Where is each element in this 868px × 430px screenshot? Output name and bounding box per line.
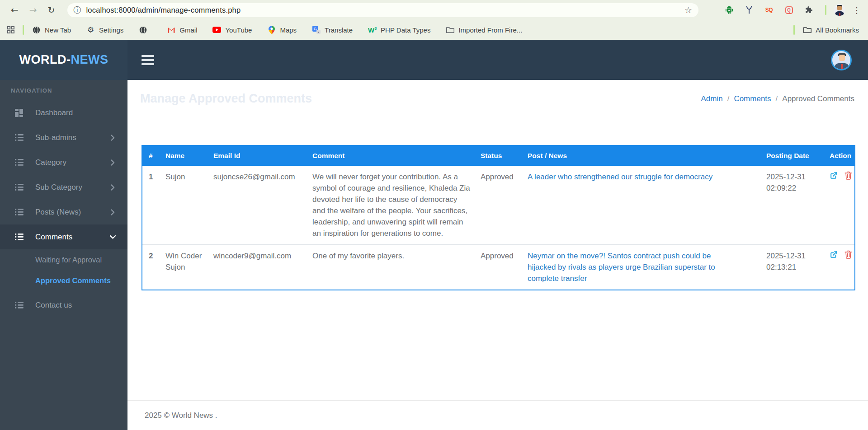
browser-menu-button[interactable]: ⋮ (853, 5, 861, 15)
commenter-name: Sujon (162, 166, 210, 245)
chevron-right-icon (111, 135, 115, 141)
post-cell: A leader who strengthened our struggle f… (524, 166, 763, 245)
extensions-puzzle-icon[interactable] (803, 5, 814, 15)
posting-date: 2025-12-31 02:13:21 (763, 245, 826, 290)
chevron-down-icon (111, 234, 115, 240)
android-extension-icon[interactable] (724, 5, 735, 15)
bookmarks-bar: New Tab ⚙ Settings Gmail YouTube (0, 20, 868, 40)
delete-comment-button[interactable] (844, 171, 852, 180)
chevron-right-icon (111, 184, 115, 191)
header-num: # (142, 145, 162, 166)
bookmark-folder-imported[interactable]: Imported From Fire... (446, 26, 522, 34)
commenter-name: Win Coder Sujon (162, 245, 210, 290)
commenter-email: wincoder9@gmail.com (210, 245, 309, 290)
post-link[interactable]: A leader who strengthened our struggle f… (528, 171, 712, 182)
browser-profile-avatar[interactable] (834, 4, 845, 16)
post-link[interactable]: Neymar on the move?! Santos contract pus… (528, 250, 736, 284)
all-bookmarks-button[interactable]: All Bookmarks (803, 26, 859, 34)
table-header-row: # Name Email Id Comment Status Post / Ne… (142, 145, 855, 166)
delete-comment-button[interactable] (844, 250, 852, 259)
back-button[interactable]: ← (11, 5, 19, 14)
site-info-icon[interactable]: ⓘ (73, 5, 81, 15)
bookmark-new-tab[interactable]: New Tab (32, 26, 71, 34)
hamburger-menu-icon[interactable] (142, 55, 154, 65)
address-bar[interactable]: ⓘ localhost:8000/admin/manage-comments.p… (67, 3, 698, 17)
posting-date: 2025-12-31 02:09:22 (763, 166, 826, 245)
toolbar-separator (825, 5, 826, 15)
row-number: 1 (142, 166, 162, 245)
user-avatar[interactable] (831, 50, 852, 70)
comment-text: One of my favorite players. (309, 245, 477, 290)
brand-logo[interactable]: WORLD-NEWS (0, 40, 127, 80)
sidebar-item-posts-news[interactable]: Posts (News) (0, 200, 127, 224)
list-icon (15, 184, 24, 191)
bookmark-gmail[interactable]: Gmail (167, 26, 197, 34)
sidebar-subitem-approved-comments[interactable]: Approved Comments (0, 270, 127, 291)
sidebar-item-comments[interactable]: Comments (0, 224, 127, 249)
app-footer: 2025 © World News . (127, 400, 868, 430)
bookmark-star-icon[interactable]: ☆ (684, 5, 692, 15)
breadcrumb-admin-link[interactable]: Admin (701, 94, 722, 103)
folder-icon (803, 26, 811, 34)
header-posting-date: Posting Date (763, 145, 826, 166)
main-content: Manage Approved Comments Admin / Comment… (127, 80, 868, 430)
w3schools-icon: W3 (368, 26, 377, 34)
list-icon (15, 159, 24, 166)
table-row: 2 Win Coder Sujon wincoder9@gmail.com On… (142, 245, 855, 290)
bookmark-settings[interactable]: ⚙ Settings (86, 26, 123, 34)
q-extension-icon[interactable]: Q (783, 5, 794, 15)
bookmark-maps[interactable]: Maps (267, 26, 297, 34)
comment-text: We will never forget your contribution. … (309, 166, 477, 245)
share-comment-button[interactable] (830, 171, 838, 180)
post-cell: Neymar on the move?! Santos contract pus… (524, 245, 763, 290)
translate-icon: Gx (312, 26, 321, 34)
list-icon (15, 234, 24, 240)
gmail-icon (167, 26, 175, 34)
approved-comments-table: # Name Email Id Comment Status Post / Ne… (142, 145, 855, 290)
breadcrumb-comments-link[interactable]: Comments (734, 94, 771, 103)
sidebar-item-sub-admins[interactable]: Sub-admins (0, 125, 127, 150)
list-icon (15, 302, 24, 308)
header-status: Status (477, 145, 524, 166)
gear-icon: ⚙ (86, 26, 95, 34)
bookmark-globe[interactable] (139, 26, 151, 34)
nav-section-label: NAVIGATION (11, 87, 127, 94)
sidebar-item-dashboard[interactable]: Dashboard (0, 100, 127, 125)
youtube-icon (212, 26, 221, 34)
sidebar-item-category[interactable]: Category (0, 150, 127, 175)
browser-toolbar: ← → ↻ ⓘ localhost:8000/admin/manage-comm… (0, 0, 868, 20)
apps-grid-icon[interactable] (7, 26, 14, 33)
action-cell (826, 166, 855, 245)
sq-extension-icon[interactable]: SQ (764, 5, 774, 15)
screen: ← → ↻ ⓘ localhost:8000/admin/manage-comm… (0, 0, 868, 430)
sidebar-subitem-waiting-for-approval[interactable]: Waiting for Approval (0, 249, 127, 270)
forward-button[interactable]: → (29, 5, 37, 14)
bookmark-translate[interactable]: Gx Translate (312, 26, 353, 34)
list-icon (15, 134, 24, 141)
bookmark-php-data-types[interactable]: W3 PHP Data Types (368, 26, 430, 34)
breadcrumb: Admin / Comments / Approved Comments (701, 94, 854, 103)
status-text: Approved (477, 245, 524, 290)
url-text: localhost:8000/admin/manage-comments.php (86, 6, 241, 14)
table-row: 1 Sujon sujoncse26@gmail.com We will nev… (142, 166, 855, 245)
row-number: 2 (142, 245, 162, 290)
reload-button[interactable]: ↻ (48, 6, 55, 14)
fork-extension-icon[interactable] (744, 5, 755, 15)
chevron-right-icon (111, 209, 115, 215)
bookmark-youtube[interactable]: YouTube (212, 26, 252, 34)
header-comment: Comment (309, 145, 477, 166)
app-topbar (127, 40, 868, 80)
header-action: Action (826, 145, 855, 166)
status-text: Approved (477, 166, 524, 245)
sidebar: WORLD-NEWS NAVIGATION Dashboard Sub-admi… (0, 40, 127, 430)
commenter-email: sujoncse26@gmail.com (210, 166, 309, 245)
bookmarks-separator (793, 25, 795, 35)
chevron-right-icon (111, 159, 115, 166)
bookmarks-separator (23, 25, 24, 35)
sidebar-item-contact-us[interactable]: Contact us (0, 293, 127, 318)
divider (127, 115, 868, 115)
dashboard-icon (15, 109, 24, 117)
comments-submenu: Waiting for Approval Approved Comments (0, 249, 127, 291)
sidebar-item-sub-category[interactable]: Sub Category (0, 175, 127, 200)
share-comment-button[interactable] (830, 250, 838, 259)
